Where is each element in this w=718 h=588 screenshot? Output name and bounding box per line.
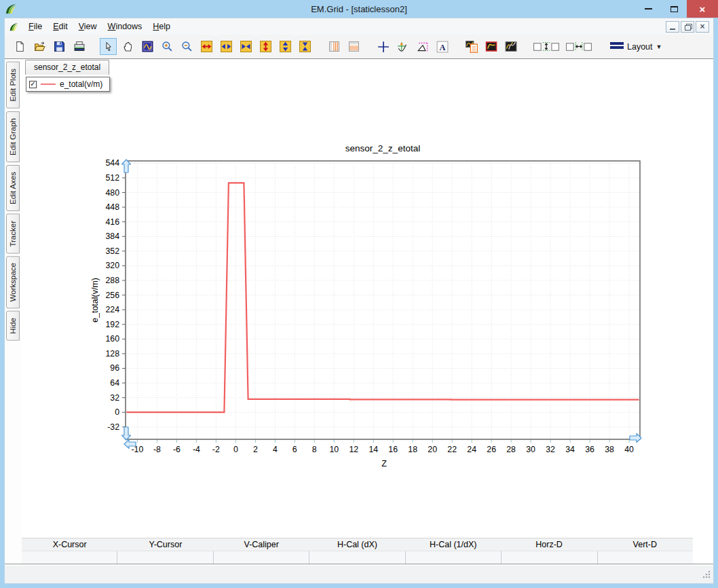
shrink-vertical-button[interactable] <box>277 38 294 55</box>
expand-vertical-icon <box>260 41 271 52</box>
mdi-close-icon: × <box>700 22 704 31</box>
toolbar: A Layout ▼ <box>5 35 713 59</box>
y-tick-label: 448 <box>105 202 119 212</box>
save-icon <box>54 41 65 52</box>
new-document-button[interactable] <box>12 38 29 55</box>
status-bar-headers: X-CursorY-CursorV-CaliperH-Cal (dX)H-Cal… <box>22 538 693 551</box>
x-tick-label: -2 <box>212 445 220 454</box>
x-tick-label: 2 <box>253 445 258 454</box>
legend-label: e_total(v/m) <box>60 79 102 89</box>
bottom-status-strip <box>5 566 713 583</box>
caliper-icon <box>417 41 429 53</box>
mdi-restore-button[interactable] <box>681 21 694 33</box>
x-tick-label: 22 <box>447 445 457 454</box>
vertical-gridlines-icon <box>328 41 340 52</box>
maximize-icon <box>670 6 678 12</box>
sidebar-tab-edit-graph[interactable]: Edit Graph <box>6 111 20 162</box>
mdi-minimize-button[interactable] <box>666 21 679 33</box>
shrink-vertical-icon <box>280 41 291 52</box>
bowtie-vertical-button[interactable] <box>297 38 314 55</box>
status-value-h-cal-1-dx- <box>406 551 502 564</box>
zoom-out-button[interactable] <box>178 38 195 55</box>
open-button[interactable] <box>31 38 48 55</box>
menu-windows[interactable]: Windows <box>102 20 148 33</box>
maximize-button[interactable] <box>661 0 687 18</box>
expand-horizontal-icon <box>201 41 212 52</box>
menu-edit[interactable]: Edit <box>48 20 73 33</box>
x-axis-label: Z <box>381 459 387 468</box>
x-tick-label: 34 <box>565 445 575 454</box>
x-tick-label: 26 <box>487 445 496 454</box>
sidebar-tab-edit-plots[interactable]: Edit Plots <box>6 62 20 109</box>
equal-horizontal-spacing-icon <box>565 41 592 52</box>
sidebar-tab-edit-axes[interactable]: Edit Axes <box>6 165 20 211</box>
text-annotation-icon: A <box>436 41 449 53</box>
close-button[interactable]: × <box>687 0 718 18</box>
mdi-minimize-icon <box>670 29 675 30</box>
axis-scroll-up-icon[interactable] <box>122 160 131 172</box>
x-tick-label: 8 <box>312 445 317 454</box>
menu-file[interactable]: File <box>23 20 48 33</box>
x-tick-label: -6 <box>173 445 181 454</box>
minimize-button[interactable] <box>635 0 661 18</box>
shrink-horizontal-button[interactable] <box>218 38 235 55</box>
x-tick-label: 18 <box>408 445 417 454</box>
edit-plot-button[interactable] <box>483 38 499 55</box>
equal-vertical-spacing-button[interactable] <box>531 38 561 55</box>
pointer-button[interactable] <box>100 38 117 55</box>
y-tick-label: 480 <box>105 188 119 198</box>
y-tick-label: 160 <box>105 334 119 344</box>
y-tick-label: 128 <box>105 349 119 359</box>
y-tick-label: 32 <box>110 393 119 403</box>
save-button[interactable] <box>51 38 68 55</box>
status-header-h-cal-1-dx-: H-Cal (1/dX) <box>405 538 501 551</box>
tracker-button[interactable] <box>394 38 411 55</box>
crosshair-button[interactable] <box>375 38 392 55</box>
menu-view[interactable]: View <box>73 20 102 33</box>
bowtie-horizontal-button[interactable] <box>238 38 254 55</box>
legend-checkbox[interactable]: ✓ <box>29 81 37 88</box>
edit-plot-icon <box>485 41 497 52</box>
y-tick-label: 64 <box>110 378 119 388</box>
text-annotation-button[interactable]: A <box>434 38 451 55</box>
pan-icon <box>123 41 134 52</box>
resize-grip[interactable] <box>702 570 711 581</box>
expand-horizontal-button[interactable] <box>198 38 215 55</box>
caliper-button[interactable] <box>414 38 431 55</box>
y-tick-label: 544 <box>105 158 119 168</box>
menu-help[interactable]: Help <box>147 20 176 33</box>
expand-vertical-button[interactable] <box>257 38 274 55</box>
print-button[interactable] <box>71 38 88 55</box>
zoom-window-button[interactable] <box>139 38 156 55</box>
sidebar-tab-tracker[interactable]: Tracker <box>6 214 20 254</box>
horizontal-gridlines-button[interactable] <box>345 38 362 55</box>
status-header-vert-d: Vert-D <box>597 538 693 551</box>
overlay-plots-button[interactable] <box>502 38 519 55</box>
status-bar-values <box>22 551 693 564</box>
sidebar-tab-workspace[interactable]: Workspace <box>6 256 20 308</box>
sidebar-tab-hide[interactable]: Hide <box>6 311 20 341</box>
legend-line-sample <box>41 84 56 85</box>
vertical-gridlines-button[interactable] <box>326 38 343 55</box>
y-tick-label: 288 <box>105 276 119 285</box>
layout-icon <box>610 41 624 52</box>
layout-button[interactable]: Layout ▼ <box>606 39 666 54</box>
chart-canvas: -10-8-6-4-202468101214161820222426283032… <box>22 75 711 538</box>
mdi-restore-icon <box>685 24 691 29</box>
title-bar: EM.Grid - [staticlesson2] × <box>0 0 718 18</box>
pan-button[interactable] <box>119 38 136 55</box>
axis-scroll-down-icon[interactable] <box>122 427 131 440</box>
y-axis-label: e_total(v/m) <box>90 278 100 323</box>
plot-properties-button[interactable] <box>463 38 480 55</box>
legend-box: ✓ e_total(v/m) <box>26 77 110 92</box>
y-tick-label: 352 <box>105 246 119 256</box>
y-tick-label: 192 <box>105 320 119 329</box>
x-tick-label: 28 <box>506 445 516 454</box>
mdi-close-button[interactable]: × <box>696 21 709 33</box>
tab-sensor-2-z-etotal[interactable]: sensor_2_z_etotal <box>25 60 109 75</box>
equal-horizontal-spacing-button[interactable] <box>564 38 594 55</box>
zoom-in-button[interactable] <box>159 38 176 55</box>
chart-title: sensor_2_z_etotal <box>345 143 420 153</box>
y-tick-label: 224 <box>105 305 119 314</box>
y-tick-label: 0 <box>115 407 119 417</box>
